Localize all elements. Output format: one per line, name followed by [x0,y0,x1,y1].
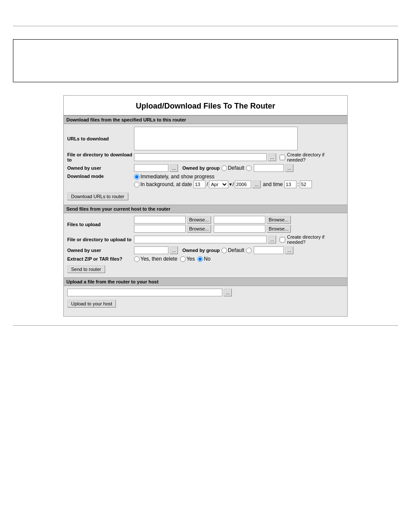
upload-section: Send files from your current host to the… [64,205,347,277]
browse-btn-2[interactable]: Browse... [267,216,291,224]
host-upload-section-header: Upload a file from the router to your ho… [64,277,347,286]
upload-action-btn[interactable]: Send to router [67,265,105,273]
file-dir-input[interactable] [134,153,267,161]
date-browse-btn[interactable]: ... [252,180,261,188]
background-radio[interactable] [134,182,140,187]
download-mode-label: Download mode [67,174,134,179]
urls-textarea[interactable] [134,127,298,150]
browse-btn-4[interactable]: Browse... [267,225,291,233]
extract-yes-delete-label: Yes, then delete [140,256,177,262]
create-dir-label: Create directory if needed? [287,152,344,162]
owned-user-label: Owned by user [67,165,134,171]
group-browse-btn[interactable]: ... [285,164,293,172]
immediate-line: Immediately, and show progress [134,174,312,180]
host-upload-browse-btn[interactable]: ... [224,289,232,296]
extract-yes-delete-radio[interactable] [134,256,140,262]
page-title: Upload/Download Files To The Router [64,96,347,115]
default-label: Default [228,165,244,171]
file-dir-row: File or directory to download to ... Cre… [67,152,344,162]
upload-file-1: Browse... [134,216,211,224]
upload-file-4: Browse... [214,225,291,233]
custom-group-radio[interactable] [246,165,252,171]
extract-row: Extract ZIP or TAR files? Yes, then dele… [67,256,344,262]
upload-file-input-4[interactable] [214,225,265,233]
top-rule [13,26,398,26]
min-input[interactable] [300,180,312,188]
upload-default-label: Default [228,247,244,253]
browse-btn-3[interactable]: Browse... [187,225,211,233]
owned-user-browse-btn[interactable]: ... [170,164,178,172]
upload-file-input-1[interactable] [134,216,186,224]
default-group-radio[interactable] [221,165,227,171]
files-upload-label: Files to upload [67,222,134,227]
upload-default-group-radio[interactable] [221,248,227,253]
upload-section-header: Send files from your current host to the… [64,205,347,213]
upload-file-3: Browse... [134,225,211,233]
urls-row: URLs to download [67,127,344,150]
upload-row-1: Browse... Browse... [134,216,291,224]
extract-label: Extract ZIP or TAR files? [67,256,134,261]
extract-no-radio[interactable] [197,256,203,262]
hour-input[interactable] [284,180,296,188]
upload-group-browse-btn[interactable]: ... [285,246,293,254]
upload-create-dir-label: Create directory if needed? [287,234,344,245]
urls-label: URLs to download [67,136,134,141]
download-section: Download files from the specified URLs t… [64,115,347,205]
upload-row-2: Browse... Browse... [134,225,291,233]
upload-owned-user-input[interactable] [134,246,168,254]
download-mode-options: Immediately, and show progress In backgr… [134,174,312,189]
download-mode-row: Download mode Immediately, and show prog… [67,174,344,189]
owned-user-row: Owned by user ... Owned by group Default… [67,164,344,172]
year-input[interactable] [235,180,251,188]
upload-file-dir-browse-btn[interactable]: ... [268,236,276,243]
upload-user-browse-btn[interactable]: ... [170,246,178,254]
text-box-area [13,39,398,82]
upload-files-grid: Browse... Browse... Browse... [134,216,291,233]
extract-yes-radio[interactable] [180,256,186,262]
date-input[interactable] [193,180,206,188]
upload-file-input-2[interactable] [214,216,265,224]
host-upload-section-body: ... Upload to your host [64,286,347,312]
upload-owned-user-label: Owned by user [67,248,134,253]
host-upload-file-input[interactable] [67,289,222,296]
background-label: In background, at date [140,181,192,187]
host-upload-file-row: ... [67,289,344,296]
month-select[interactable]: Apr [209,180,228,188]
file-dir-label: File or directory to download to [67,152,134,162]
upload-custom-group-radio[interactable] [246,248,252,253]
host-upload-section: Upload a file from the router to your ho… [64,277,347,312]
upload-owned-user-row: Owned by user ... Owned by group Default… [67,246,344,254]
files-upload-row: Files to upload Browse... Browse... [67,216,344,233]
owned-group-label: Owned by group [182,165,220,171]
file-dir-browse-btn[interactable]: ... [268,153,276,161]
upload-section-body: Files to upload Browse... Browse... [64,213,347,277]
download-section-body: URLs to download File or directory to do… [64,124,347,205]
upload-file-input-3[interactable] [134,225,186,233]
immediate-label: Immediately, and show progress [140,174,215,180]
download-section-header: Download files from the specified URLs t… [64,115,347,124]
upload-file-dir-input[interactable] [134,236,267,243]
extract-no-label: No [204,256,210,262]
background-line: In background, at date / Apr ▾ / ... and… [134,180,312,188]
extract-yes-label: Yes [187,256,195,262]
owned-user-input[interactable] [134,164,168,172]
upload-owned-group-label: Owned by group [182,248,220,253]
group-input[interactable] [254,164,284,172]
upload-file-2: Browse... [214,216,291,224]
browse-btn-1[interactable]: Browse... [187,216,211,224]
main-panel: Upload/Download Files To The Router Down… [63,95,348,317]
bottom-rule [13,325,398,326]
download-action-btn[interactable]: Download URLs to router [67,193,128,200]
upload-file-dir-row: File or directory to upload to ... Creat… [67,234,344,245]
host-upload-action-btn[interactable]: Upload to your host [67,300,116,308]
upload-group-input[interactable] [254,246,284,254]
upload-create-dir-checkbox[interactable] [280,237,285,243]
immediate-radio[interactable] [134,174,140,180]
time-label: and time [263,181,283,187]
upload-file-dir-label: File or directory to upload to [67,237,134,242]
create-dir-checkbox[interactable] [280,155,285,160]
